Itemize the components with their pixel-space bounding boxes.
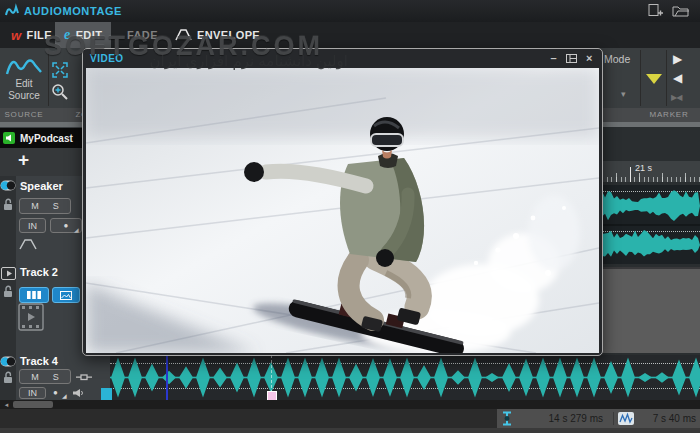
- tab-fade[interactable]: FADE: [118, 22, 167, 48]
- audiomontage-window: AUDIOMONTAGE w FILE e EDIT FADE: [0, 0, 700, 433]
- track4-waveform: [110, 356, 700, 399]
- ribbon-tab-bar: w FILE e EDIT FADE ENVELOPE: [0, 22, 700, 49]
- status-bar: 14 s 279 ms 7 s 40 ms: [0, 409, 700, 428]
- group-divider: [48, 50, 49, 106]
- selection-length-icon: [618, 412, 634, 425]
- group-divider: [640, 50, 641, 106]
- close-icon[interactable]: ×: [586, 52, 593, 64]
- envelope-curve-icon[interactable]: [19, 239, 37, 250]
- record-expand-icon[interactable]: ◢: [62, 392, 67, 399]
- lock-icon[interactable]: [3, 371, 13, 384]
- new-montage-icon[interactable]: [647, 3, 664, 18]
- edit-cursor-time[interactable]: 14 s 279 ms: [513, 413, 609, 424]
- tab-envelope[interactable]: ENVELOPE: [166, 22, 269, 48]
- add-track-button[interactable]: +: [18, 149, 29, 171]
- track-active-toggle[interactable]: [0, 356, 16, 367]
- prev-marker-button[interactable]: ◀: [673, 72, 682, 84]
- track-name[interactable]: Speaker: [20, 180, 63, 192]
- track-active-toggle[interactable]: [0, 180, 16, 191]
- input-monitor-button[interactable]: IN: [19, 387, 46, 399]
- montage-tab-label: MyPodcast: [20, 133, 73, 144]
- video-window-titlebar[interactable]: VIDEO – ×: [83, 49, 602, 67]
- mute-button[interactable]: M: [31, 201, 39, 211]
- app-title: AUDIOMONTAGE: [24, 5, 122, 17]
- titlebar-actions: [647, 3, 690, 18]
- lock-icon[interactable]: [3, 285, 13, 298]
- envelope-point-line: [271, 355, 272, 393]
- selection-length-time[interactable]: 7 s 40 ms: [634, 413, 696, 424]
- solo-button[interactable]: S: [53, 201, 59, 211]
- tab-envelope-label: ENVELOPE: [197, 29, 260, 41]
- tab-file-label: FILE: [27, 29, 52, 41]
- minimize-icon[interactable]: –: [550, 52, 557, 64]
- film-frames-icon: [27, 291, 41, 299]
- mute-solo-group: M S: [19, 198, 71, 214]
- playback-cursor[interactable]: [166, 356, 168, 400]
- group-divider: [666, 50, 667, 106]
- video-frame: [86, 68, 599, 353]
- open-folder-icon[interactable]: [672, 3, 690, 18]
- video-frames-button[interactable]: [19, 287, 49, 303]
- next-marker-button[interactable]: ▶: [673, 53, 682, 65]
- dock-layout-icon[interactable]: [566, 54, 577, 63]
- edit-source-button[interactable]: Edit Source: [0, 78, 48, 102]
- tab-edit-label: EDIT: [76, 29, 103, 41]
- window-footer: [0, 428, 700, 433]
- ruler-major-tick: [630, 167, 631, 182]
- zoom-fit-icon[interactable]: [52, 62, 68, 78]
- lock-icon[interactable]: [3, 198, 13, 211]
- monitor-speaker-icon[interactable]: [72, 388, 84, 398]
- titlebar: AUDIOMONTAGE: [0, 0, 700, 22]
- mode-caret-icon[interactable]: ▾: [621, 89, 626, 99]
- marker-pair-button[interactable]: ▶◀: [671, 92, 681, 104]
- wavelab-w-icon: w: [11, 28, 22, 43]
- filmstrip-icon[interactable]: [18, 303, 44, 331]
- mute-button[interactable]: M: [31, 372, 39, 382]
- envelope-icon: [175, 29, 192, 41]
- video-window-controls: – ×: [550, 50, 593, 66]
- montage-speaker-icon: [3, 132, 15, 144]
- zoom-magnifier-icon[interactable]: [51, 83, 69, 101]
- tab-file[interactable]: w FILE: [2, 22, 61, 48]
- horizontal-scrollbar[interactable]: ◂: [0, 400, 700, 409]
- edit-source-wave-icon[interactable]: [5, 54, 43, 78]
- tab-edit[interactable]: e EDIT: [55, 22, 111, 48]
- tab-fade-label: FADE: [127, 29, 158, 41]
- snowboarder-video-still: [86, 68, 599, 353]
- edit-cursor-icon: [501, 411, 513, 426]
- video-window-title: VIDEO: [90, 53, 124, 64]
- insert-marker-icon[interactable]: [646, 74, 662, 84]
- scroll-left-arrow[interactable]: ◂: [1, 400, 12, 409]
- app-logo-icon: [4, 3, 21, 19]
- input-monitor-button[interactable]: IN: [19, 218, 46, 233]
- link-group-icon[interactable]: [76, 372, 92, 382]
- video-window[interactable]: VIDEO – ×: [82, 48, 603, 356]
- track-name[interactable]: Track 4: [20, 355, 58, 367]
- status-divider: [613, 412, 614, 425]
- solo-button[interactable]: S: [53, 372, 59, 382]
- ruler-tick-label: 21 s: [635, 163, 652, 173]
- mode-label[interactable]: Mode: [604, 53, 630, 65]
- video-thumbnail-button[interactable]: [52, 287, 80, 303]
- marker-group-label: MARKER: [640, 108, 698, 122]
- video-track-icon[interactable]: [1, 267, 16, 280]
- track-name[interactable]: Track 2: [20, 266, 58, 278]
- picture-icon: [60, 291, 72, 300]
- record-expand-icon[interactable]: ◢: [74, 226, 79, 233]
- scrollbar-thumb[interactable]: [13, 401, 53, 408]
- clip-edge-handle[interactable]: [101, 388, 112, 400]
- record-arm-button[interactable]: ●: [53, 388, 58, 397]
- edit-e-icon: e: [64, 27, 71, 43]
- source-group-label: SOURCE: [0, 108, 48, 122]
- track4-audio-lane[interactable]: [110, 355, 700, 400]
- mute-solo-group: M S: [19, 369, 71, 384]
- time-readouts: 14 s 279 ms 7 s 40 ms: [497, 409, 700, 428]
